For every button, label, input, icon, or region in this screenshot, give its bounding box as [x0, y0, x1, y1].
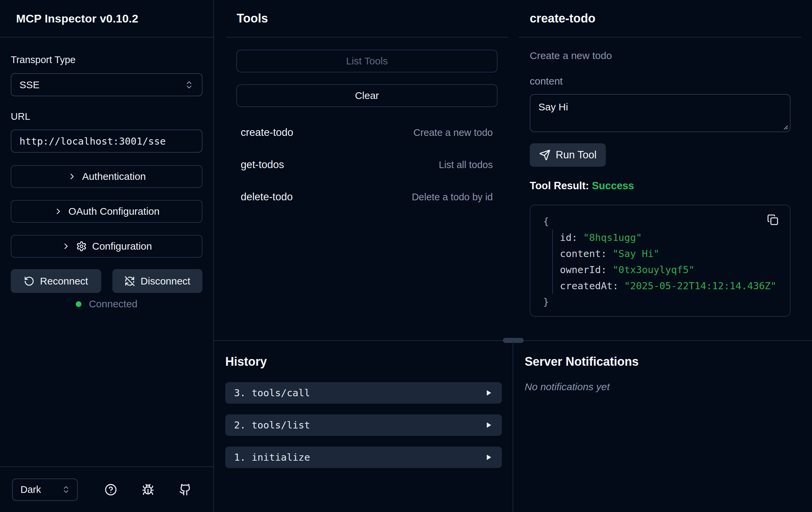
json-close-brace: } [543, 294, 790, 310]
tool-name: delete-todo [236, 191, 293, 203]
tool-result-heading: Tool Result: Success [530, 180, 790, 192]
no-notifications-text: No notifications yet [525, 381, 812, 393]
rotate-ccw-icon [24, 276, 34, 287]
url-label: URL [11, 110, 203, 123]
tool-result-status: Success [592, 180, 634, 192]
tool-list: create-todo Create a new todo get-todos … [236, 122, 497, 208]
refresh-off-icon [124, 276, 135, 287]
status-dot-icon [76, 301, 82, 307]
bug-icon [142, 484, 154, 496]
clear-label: Clear [355, 90, 379, 101]
tool-detail-title: create-todo [530, 11, 596, 26]
transport-type-label: Transport Type [11, 54, 203, 66]
copy-icon [767, 214, 779, 225]
reconnect-button[interactable]: Reconnect [11, 269, 101, 293]
json-entries: id: "8hqs1ugg" content: "Say Hi" ownerId… [552, 230, 790, 294]
chevron-right-icon [61, 242, 71, 251]
expand-play-icon [485, 389, 493, 397]
sidebar-footer: Dark [0, 466, 213, 512]
run-tool-label: Run Tool [556, 149, 597, 161]
json-line: ownerId: "0tx3ouylyqf5" [560, 262, 790, 278]
expand-play-icon [485, 421, 493, 429]
tool-row-delete-todo[interactable]: delete-todo Delete a todo by id [236, 186, 497, 208]
tool-detail-content: Create a new todo content Say Hi Run Too… [513, 50, 812, 317]
tools-content: List Tools Clear create-todo Create a ne… [214, 37, 513, 208]
transport-type-select[interactable]: SSE [11, 73, 203, 96]
gear-icon [76, 241, 87, 252]
theme-value: Dark [21, 484, 41, 495]
disconnect-button[interactable]: Disconnect [112, 269, 203, 293]
history-panel: History 3. tools/call 2. tools/list [214, 341, 513, 512]
history-item-tools-call[interactable]: 3. tools/call [225, 382, 502, 404]
help-circle-icon [105, 484, 117, 496]
bottom-section: History 3. tools/call 2. tools/list [214, 341, 812, 512]
chevron-right-icon [67, 172, 77, 181]
sidebar-content: Transport Type SSE URL http://localhost:… [0, 37, 213, 310]
content-field-wrap: Say Hi [530, 94, 790, 132]
chevrons-up-down-icon [62, 485, 70, 494]
connection-status: Connected [11, 298, 203, 310]
url-value: http://localhost:3001/sse [20, 136, 166, 147]
run-tool-button[interactable]: Run Tool [530, 143, 606, 167]
tools-panel: Tools List Tools Clear create-todo Creat… [214, 0, 513, 340]
github-icon [179, 484, 192, 496]
tools-header: Tools [226, 0, 508, 37]
chevron-right-icon [54, 207, 63, 216]
tool-description: Delete a todo by id [412, 192, 493, 203]
json-line: createdAt: "2025-05-22T14:12:14.436Z" [560, 278, 790, 294]
sidebar-header: MCP Inspector v0.10.2 [0, 0, 213, 37]
clear-tools-button[interactable]: Clear [236, 84, 497, 107]
chevrons-up-down-icon [184, 80, 194, 89]
content-field-label: content [530, 76, 790, 87]
history-items: 3. tools/call 2. tools/list 1. initializ… [225, 382, 502, 468]
reconnect-label: Reconnect [40, 275, 88, 287]
json-line: content: "Say Hi" [560, 246, 790, 262]
server-notifications-title: Server Notifications [525, 355, 812, 369]
tools-title: Tools [237, 11, 268, 26]
oauth-configuration-toggle[interactable]: OAuth Configuration [11, 200, 203, 223]
help-button[interactable] [104, 483, 117, 496]
oauth-configuration-label: OAuth Configuration [68, 206, 160, 217]
list-tools-label: List Tools [346, 55, 388, 67]
copy-result-button[interactable] [767, 214, 779, 225]
json-line: id: "8hqs1ugg" [560, 230, 790, 246]
send-icon [539, 149, 551, 161]
expand-play-icon [485, 453, 493, 461]
tool-result-box: { id: "8hqs1ugg" content: "Say Hi" owner… [530, 205, 790, 317]
history-title: History [225, 355, 502, 369]
tool-name: create-todo [236, 127, 293, 139]
list-tools-button[interactable]: List Tools [236, 50, 497, 73]
theme-select[interactable]: Dark [12, 479, 78, 501]
tool-detail-description: Create a new todo [530, 50, 790, 61]
history-item-tools-list[interactable]: 2. tools/list [225, 414, 502, 436]
app-title: MCP Inspector v0.10.2 [16, 12, 139, 25]
content-field[interactable]: Say Hi [530, 94, 790, 132]
url-input[interactable]: http://localhost:3001/sse [11, 130, 203, 153]
github-button[interactable] [178, 483, 192, 496]
tool-description: Create a new todo [413, 127, 493, 138]
sidebar: MCP Inspector v0.10.2 Transport Type SSE… [0, 0, 214, 512]
top-section: Tools List Tools Clear create-todo Creat… [214, 0, 812, 340]
history-item-initialize[interactable]: 1. initialize [225, 447, 502, 468]
configuration-toggle[interactable]: Configuration [11, 235, 203, 258]
configuration-label: Configuration [92, 241, 152, 252]
result-json: { id: "8hqs1ugg" content: "Say Hi" owner… [543, 213, 790, 310]
authentication-toggle[interactable]: Authentication [11, 165, 203, 188]
report-bug-button[interactable] [141, 483, 154, 496]
resize-grip-icon[interactable] [781, 123, 788, 130]
mcp-inspector-app: MCP Inspector v0.10.2 Transport Type SSE… [0, 0, 812, 512]
tool-name: get-todos [236, 159, 284, 171]
json-open-brace: { [543, 213, 790, 230]
status-text: Connected [89, 298, 138, 310]
tool-row-create-todo[interactable]: create-todo Create a new todo [236, 122, 497, 143]
server-notifications-panel: Server Notifications No notifications ye… [513, 341, 812, 512]
disconnect-label: Disconnect [141, 275, 190, 287]
tool-detail-panel: create-todo Create a new todo content Sa… [513, 0, 812, 340]
main-area: Tools List Tools Clear create-todo Creat… [214, 0, 812, 512]
connection-buttons: Reconnect Disconnect [11, 269, 203, 293]
tool-description: List all todos [439, 159, 493, 170]
authentication-label: Authentication [82, 171, 146, 182]
tool-result-label: Tool Result: [530, 180, 589, 192]
tool-row-get-todos[interactable]: get-todos List all todos [236, 154, 497, 176]
tool-detail-header: create-todo [519, 0, 801, 37]
